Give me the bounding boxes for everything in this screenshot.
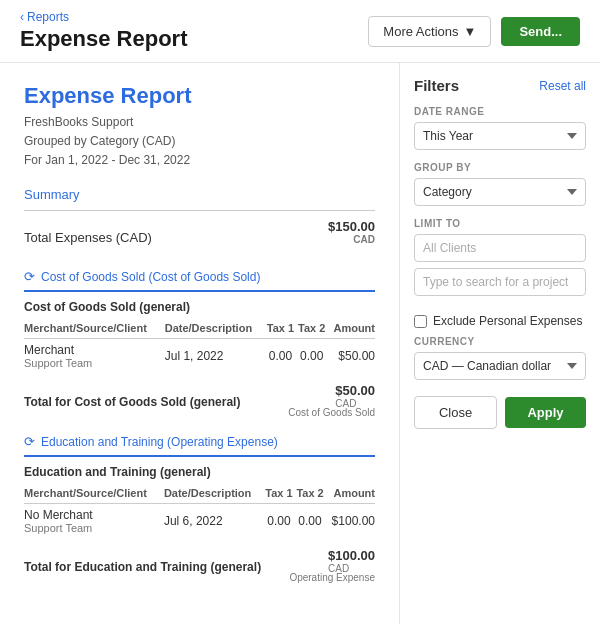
breadcrumb-link[interactable]: ‹ Reports bbox=[20, 10, 188, 24]
group-label-cogs: Cost of Goods Sold (general) bbox=[24, 300, 375, 314]
col-tax2-edu: Tax 2 bbox=[294, 483, 325, 504]
col-tax2-cogs: Tax 2 bbox=[296, 318, 327, 339]
cell-tax1-edu: 0.00 bbox=[263, 504, 294, 539]
send-button[interactable]: Send... bbox=[501, 17, 580, 46]
page-title: Expense Report bbox=[20, 26, 188, 52]
cell-merchant-edu: No Merchant Support Team bbox=[24, 504, 164, 539]
col-amount-edu: Amount bbox=[326, 483, 375, 504]
section-header-cogs: ⟳ Cost of Goods Sold (Cost of Goods Sold… bbox=[24, 269, 375, 292]
section-title-edu: Education and Training (Operating Expens… bbox=[41, 435, 278, 449]
total-expenses-amount: $150.00 bbox=[328, 219, 375, 234]
group-by-select[interactable]: CategoryClientMerchant bbox=[414, 178, 586, 206]
date-range-select[interactable]: This YearLast YearCustom bbox=[414, 122, 586, 150]
breadcrumb-label: Reports bbox=[27, 10, 69, 24]
filters-title: Filters bbox=[414, 77, 459, 94]
col-tax1-edu: Tax 1 bbox=[263, 483, 294, 504]
cell-tax1: 0.00 bbox=[265, 339, 296, 374]
limit-to-input[interactable] bbox=[414, 234, 586, 262]
more-actions-label: More Actions bbox=[383, 24, 458, 39]
section-title-cogs: Cost of Goods Sold (Cost of Goods Sold) bbox=[41, 270, 260, 284]
more-actions-button[interactable]: More Actions ▼ bbox=[368, 16, 491, 47]
currency-select[interactable]: CAD — Canadian dollarUSD — US Dollar bbox=[414, 352, 586, 380]
cell-merchant: Merchant Support Team bbox=[24, 339, 165, 374]
date-range-label: DATE RANGE bbox=[414, 106, 586, 117]
group-total-cogs: Total for Cost of Goods Sold (general) $… bbox=[24, 377, 375, 411]
table-row: No Merchant Support Team Jul 6, 2022 0.0… bbox=[24, 504, 375, 539]
project-search-input[interactable] bbox=[414, 268, 586, 296]
cell-tax2: 0.00 bbox=[296, 339, 327, 374]
apply-button[interactable]: Apply bbox=[505, 397, 586, 428]
expense-table-cogs: Merchant/Source/Client Date/Description … bbox=[24, 318, 375, 373]
refresh-icon-edu: ⟳ bbox=[24, 434, 35, 449]
report-grouped-by: Grouped by Category (CAD) bbox=[24, 132, 375, 150]
total-expenses-label: Total Expenses (CAD) bbox=[24, 230, 152, 245]
expense-table-edu: Merchant/Source/Client Date/Description … bbox=[24, 483, 375, 538]
col-tax1-cogs: Tax 1 bbox=[265, 318, 296, 339]
summary-label: Summary bbox=[24, 187, 375, 202]
col-date-cogs: Date/Description bbox=[165, 318, 265, 339]
report-content: Expense Report FreshBooks Support Groupe… bbox=[0, 63, 400, 624]
col-merchant-cogs: Merchant/Source/Client bbox=[24, 318, 165, 339]
group-by-label: GROUP BY bbox=[414, 162, 586, 173]
col-amount-cogs: Amount bbox=[327, 318, 375, 339]
exclude-personal-label: Exclude Personal Expenses bbox=[433, 314, 582, 328]
chevron-left-icon: ‹ bbox=[20, 10, 24, 24]
cell-date-edu: Jul 6, 2022 bbox=[164, 504, 264, 539]
cell-date: Jul 1, 2022 bbox=[165, 339, 265, 374]
refresh-icon-cogs: ⟳ bbox=[24, 269, 35, 284]
group-label-edu: Education and Training (general) bbox=[24, 465, 375, 479]
exclude-personal-checkbox[interactable] bbox=[414, 315, 427, 328]
table-row: Merchant Support Team Jul 1, 2022 0.00 0… bbox=[24, 339, 375, 374]
col-merchant-edu: Merchant/Source/Client bbox=[24, 483, 164, 504]
report-date-range: For Jan 1, 2022 - Dec 31, 2022 bbox=[24, 151, 375, 169]
sidebar-filters: Filters Reset all DATE RANGE This YearLa… bbox=[400, 63, 600, 624]
total-expenses-currency: CAD bbox=[328, 234, 375, 245]
group-total-edu: Total for Education and Training (genera… bbox=[24, 542, 375, 576]
cell-amount-edu: $100.00 bbox=[326, 504, 375, 539]
limit-to-label: LIMIT TO bbox=[414, 218, 586, 229]
report-company: FreshBooks Support bbox=[24, 113, 375, 131]
report-title: Expense Report bbox=[24, 83, 375, 109]
currency-label: Currency bbox=[414, 336, 586, 347]
cell-tax2-edu: 0.00 bbox=[294, 504, 325, 539]
col-date-edu: Date/Description bbox=[164, 483, 264, 504]
section-header-edu: ⟳ Education and Training (Operating Expe… bbox=[24, 434, 375, 457]
chevron-down-icon: ▼ bbox=[464, 24, 477, 39]
reset-all-link[interactable]: Reset all bbox=[539, 79, 586, 93]
close-button[interactable]: Close bbox=[414, 396, 497, 429]
cell-amount: $50.00 bbox=[327, 339, 375, 374]
